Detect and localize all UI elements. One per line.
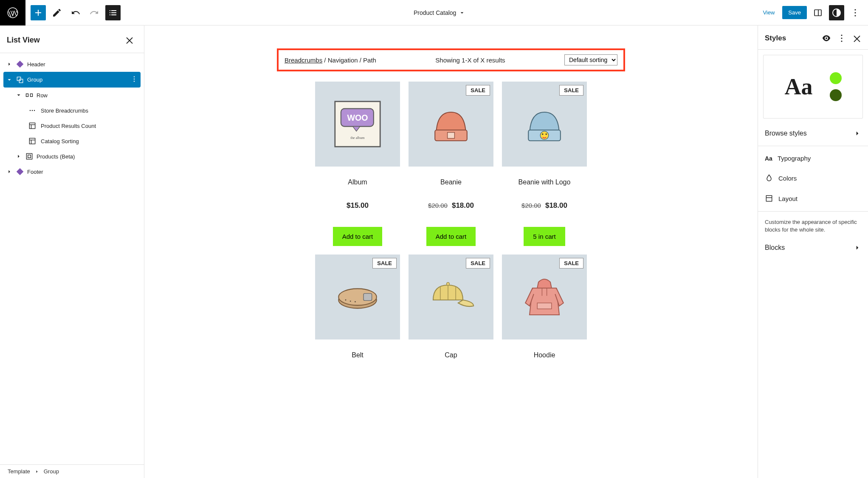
close-styles-button[interactable] — [851, 32, 863, 44]
svg-rect-11 — [26, 94, 28, 97]
editor-canvas[interactable]: Breadcrumbs / Navigation / Path Showing … — [144, 25, 758, 478]
product-title: Belt — [352, 351, 364, 359]
product-title: Cap — [445, 351, 457, 359]
product-title: Beanie — [440, 178, 462, 186]
chevron-right-icon — [15, 153, 22, 159]
style-book-button[interactable] — [820, 32, 832, 44]
sale-badge: SALE — [466, 85, 490, 96]
template-part-icon — [15, 60, 25, 68]
more-options-button[interactable] — [848, 5, 863, 20]
product-price: $15.00 — [347, 201, 369, 210]
close-list-view-button[interactable] — [122, 32, 137, 48]
add-block-button[interactable] — [31, 5, 46, 20]
list-view-toggle-button[interactable] — [105, 5, 121, 20]
tree-item-label: Product Results Count — [41, 123, 96, 129]
tree-item-products[interactable]: Products (Beta) — [3, 149, 141, 164]
tree-item-catalog-sorting[interactable]: Catalog Sorting — [3, 133, 141, 149]
typography-row[interactable]: AaTypography — [758, 149, 868, 168]
save-button[interactable]: Save — [782, 6, 807, 19]
style-preview[interactable]: Aa — [763, 55, 863, 119]
undo-button[interactable] — [68, 5, 83, 20]
wordpress-logo[interactable] — [0, 0, 25, 25]
svg-point-45 — [841, 37, 842, 39]
svg-point-46 — [841, 40, 842, 42]
catalog-sorting-select[interactable]: Default sorting — [564, 54, 617, 65]
selected-block-highlight: Breadcrumbs / Navigation / Path Showing … — [277, 48, 625, 71]
svg-point-9 — [134, 79, 135, 79]
svg-point-10 — [134, 81, 135, 82]
top-toolbar: Product Catalog View Save — [0, 0, 868, 25]
product-card[interactable]: SALE Belt — [315, 255, 400, 359]
product-image: SALE — [502, 82, 587, 167]
results-count-icon — [26, 122, 38, 130]
product-image: SALE — [409, 82, 493, 167]
drop-icon — [765, 174, 773, 182]
svg-rect-22 — [26, 153, 32, 159]
blocks-row[interactable]: Blocks — [758, 238, 868, 257]
browse-styles-row[interactable]: Browse styles — [758, 124, 868, 143]
breadcrumb-item[interactable]: Template — [8, 468, 30, 475]
product-image: SALE — [315, 255, 400, 339]
block-breadcrumb: Template Group — [0, 464, 144, 478]
breadcrumb-item[interactable]: Group — [44, 468, 59, 475]
edit-tools-button[interactable] — [49, 5, 65, 20]
document-title[interactable]: Product Catalog — [126, 9, 753, 16]
svg-point-8 — [134, 76, 135, 77]
row-label: Colors — [778, 175, 797, 182]
layout-icon — [765, 194, 773, 203]
tree-item-row[interactable]: Row — [3, 88, 141, 103]
styles-panel: Styles Aa — [758, 25, 868, 478]
svg-rect-1 — [814, 10, 821, 16]
add-to-cart-button[interactable]: Add to cart — [426, 227, 476, 246]
svg-rect-16 — [29, 123, 35, 128]
svg-point-39 — [355, 301, 356, 303]
add-to-cart-button[interactable]: 5 in cart — [524, 227, 565, 246]
svg-point-5 — [854, 15, 856, 16]
chevron-right-icon — [854, 244, 861, 252]
tree-item-results-count[interactable]: Product Results Count — [3, 118, 141, 133]
product-card[interactable]: SALE Cap — [409, 255, 493, 359]
product-price: $20.00$18.00 — [521, 201, 567, 210]
product-card[interactable]: SALE Hoodie — [502, 255, 587, 359]
chevron-right-icon — [6, 61, 13, 67]
color-swatch — [830, 72, 842, 84]
add-to-cart-button[interactable]: Add to cart — [333, 227, 383, 246]
chevron-down-icon — [6, 77, 13, 83]
tree-item-label: Header — [27, 61, 45, 68]
tree-item-more-icon[interactable] — [130, 75, 138, 84]
chevron-down-icon — [15, 92, 22, 98]
sidebar-toggle-button[interactable] — [810, 5, 826, 20]
tree-item-breadcrumbs[interactable]: Store Breadcrumbs — [3, 103, 141, 118]
view-button[interactable]: View — [758, 7, 779, 18]
product-grid: WOOthe album Album $15.00 Add to cart SA… — [277, 82, 625, 359]
svg-rect-6 — [17, 77, 20, 80]
styles-toggle-button[interactable] — [829, 5, 844, 20]
product-card[interactable]: WOOthe album Album $15.00 Add to cart — [315, 82, 400, 246]
product-card[interactable]: SALE Beanie with Logo $20.00$18.00 5 in … — [502, 82, 587, 246]
svg-rect-47 — [766, 195, 772, 201]
tree-item-group[interactable]: Group — [3, 72, 141, 88]
store-breadcrumbs[interactable]: Breadcrumbs / Navigation / Path — [285, 57, 376, 64]
product-card[interactable]: SALE Beanie $20.00$18.00 Add to cart — [409, 82, 493, 246]
tree-item-header[interactable]: Header — [3, 57, 141, 72]
document-title-text: Product Catalog — [414, 9, 456, 16]
svg-point-14 — [32, 110, 33, 111]
chevron-right-icon — [854, 130, 861, 137]
product-title: Album — [348, 178, 367, 186]
svg-point-44 — [841, 34, 842, 36]
redo-button[interactable] — [87, 5, 102, 20]
tree-item-label: Store Breadcrumbs — [41, 107, 88, 114]
colors-row[interactable]: Colors — [758, 168, 868, 188]
tree-item-label: Row — [37, 92, 48, 99]
tree-item-footer[interactable]: Footer — [3, 164, 141, 179]
product-title: Beanie with Logo — [519, 178, 571, 186]
results-count-text: Showing 1-X of X results — [435, 57, 505, 64]
styles-more-button[interactable] — [836, 32, 848, 44]
sale-badge: SALE — [372, 258, 397, 269]
products-icon — [25, 152, 34, 161]
sale-badge: SALE — [559, 258, 583, 269]
layout-row[interactable]: Layout — [758, 188, 868, 209]
row-label: Layout — [778, 195, 798, 202]
group-icon — [15, 76, 25, 84]
styles-panel-title: Styles — [765, 34, 786, 42]
